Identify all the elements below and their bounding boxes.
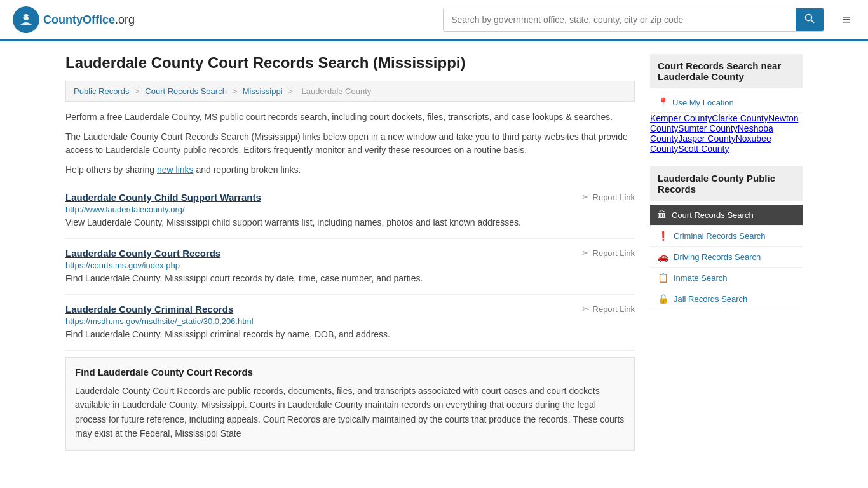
nearby-county-5[interactable]: Jasper County [678, 133, 735, 144]
logo-icon [13, 6, 39, 33]
new-links-link[interactable]: new links [157, 165, 194, 175]
pub-records-item-3[interactable]: 📋Inmate Search [650, 268, 803, 288]
record-url-2[interactable]: https://msdh.ms.gov/msdhsite/_static/30,… [65, 316, 635, 326]
nearby-section: Court Records Search near Lauderdale Cou… [650, 54, 803, 154]
record-desc-2: Find Lauderdale County, Mississippi crim… [65, 328, 635, 341]
search-input[interactable] [444, 8, 796, 31]
record-title-2[interactable]: Lauderdale County Criminal Records [65, 304, 233, 315]
search-button[interactable] [796, 8, 824, 31]
pub-records-item-4[interactable]: 🔒Jail Records Search [650, 288, 803, 309]
nearby-county-7[interactable]: Scott County [678, 144, 729, 154]
svg-line-5 [811, 20, 815, 24]
nearby-county-3[interactable]: Sumter County [678, 123, 737, 133]
find-section-text: Lauderdale County Court Records are publ… [75, 384, 625, 441]
pub-records-item-2[interactable]: 🚗Driving Records Search [650, 247, 803, 268]
nearby-counties-list: Kemper CountyClarke CountyNewton CountyS… [650, 113, 803, 154]
breadcrumb-public-records[interactable]: Public Records [74, 86, 129, 96]
record-url-0[interactable]: http://www.lauderdalecounty.org/ [65, 205, 635, 214]
intro-paragraph-1: Perform a free Lauderdale County, MS pub… [65, 111, 635, 124]
nearby-county-0[interactable]: Kemper County [650, 113, 712, 123]
pub-records-icon-1: ❗ [658, 231, 668, 241]
find-section: Find Lauderdale County Court Records Lau… [65, 357, 635, 451]
nearby-section-header: Court Records Search near Lauderdale Cou… [650, 54, 803, 88]
record-entry-0: Lauderdale County Child Support Warrants… [65, 183, 635, 239]
report-icon-0: ✂ [582, 192, 590, 202]
search-bar [443, 8, 824, 32]
record-url-1[interactable]: https://courts.ms.gov/index.php [65, 261, 635, 270]
record-title-1[interactable]: Lauderdale County Court Records [65, 248, 220, 259]
pub-records-icon-2: 🚗 [658, 252, 668, 262]
record-entry-1: Lauderdale County Court Records ✂ Report… [65, 239, 635, 295]
public-records-section: Lauderdale County Public Records 🏛Court … [650, 166, 803, 309]
use-my-location[interactable]: 📍 Use My Location [650, 92, 803, 113]
sidebar: Court Records Search near Lauderdale Cou… [650, 54, 803, 451]
record-entry-2: Lauderdale County Criminal Records ✂ Rep… [65, 295, 635, 351]
record-desc-1: Find Lauderdale County, Mississippi cour… [65, 272, 635, 285]
report-icon-1: ✂ [582, 248, 590, 258]
breadcrumb-court-records[interactable]: Court Records Search [145, 86, 227, 96]
svg-point-4 [806, 15, 812, 21]
svg-point-3 [28, 16, 30, 18]
logo[interactable]: CountyOffice.org [13, 6, 135, 33]
public-records-header: Lauderdale County Public Records [650, 166, 803, 201]
record-title-0[interactable]: Lauderdale County Child Support Warrants [65, 192, 261, 203]
breadcrumb-mississippi[interactable]: Mississippi [243, 86, 283, 96]
svg-point-2 [23, 16, 25, 18]
pub-records-icon-0: 🏛 [658, 210, 667, 220]
report-link-0[interactable]: ✂ Report Link [582, 192, 635, 202]
public-records-list: 🏛Court Records Search❗Criminal Records S… [650, 205, 803, 309]
menu-button[interactable]: ≡ [837, 9, 855, 30]
nearby-county-1[interactable]: Clarke County [712, 113, 768, 123]
report-icon-2: ✂ [582, 304, 590, 314]
record-desc-0: View Lauderdale County, Mississippi chil… [65, 216, 635, 229]
page-title: Lauderdale County Court Records Search (… [65, 54, 635, 72]
breadcrumb: Public Records > Court Records Search > … [65, 81, 635, 102]
pub-records-item-1[interactable]: ❗Criminal Records Search [650, 226, 803, 247]
logo-text: CountyOffice.org [43, 13, 135, 27]
pub-records-icon-3: 📋 [658, 273, 668, 283]
find-section-title: Find Lauderdale County Court Records [75, 367, 625, 377]
pub-records-icon-4: 🔒 [658, 294, 668, 304]
breadcrumb-current: Lauderdale County [301, 86, 371, 96]
location-icon: 📍 [658, 97, 668, 107]
nearby-links: 📍 Use My Location [650, 92, 803, 113]
pub-records-item-0[interactable]: 🏛Court Records Search [650, 205, 803, 226]
intro-paragraph-3: Help others by sharing new links and rep… [65, 163, 635, 177]
records-list: Lauderdale County Child Support Warrants… [65, 183, 635, 351]
report-link-2[interactable]: ✂ Report Link [582, 304, 635, 314]
report-link-1[interactable]: ✂ Report Link [582, 248, 635, 258]
intro-paragraph-2: The Lauderdale County Court Records Sear… [65, 130, 635, 157]
